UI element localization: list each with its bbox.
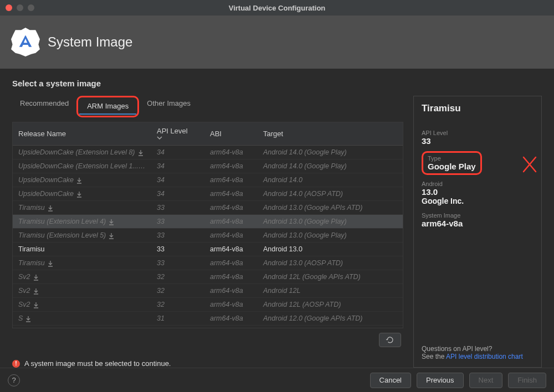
cell-release-name: Tiramisu xyxy=(18,259,45,267)
download-icon[interactable] xyxy=(25,316,32,322)
table-row[interactable]: Tiramisu33arm64-v8aAndroid 13.0 (Google … xyxy=(13,201,403,215)
help-button[interactable]: ? xyxy=(8,374,20,386)
detail-api-label: API Level xyxy=(422,130,534,136)
download-icon[interactable] xyxy=(47,205,54,212)
download-icon[interactable] xyxy=(137,149,144,156)
previous-button[interactable]: Previous xyxy=(417,373,464,388)
cell-abi: arm64-v8a xyxy=(204,229,258,243)
col-api-level[interactable]: API Level xyxy=(151,122,204,146)
table-row[interactable]: Tiramisu33arm64-v8aAndroid 13.0 (AOSP AT… xyxy=(13,256,403,270)
cell-release-name: Sv2 xyxy=(18,273,30,281)
cell-target: Android 13.0 (Google APIs ATD) xyxy=(258,201,403,215)
api-question: Questions on API level? xyxy=(422,345,534,353)
tab-recommended[interactable]: Recommended xyxy=(12,96,76,117)
cell-target: Android 12L (AOSP ATD) xyxy=(258,298,403,312)
footer: ? Cancel Previous Next Finish xyxy=(0,368,554,392)
cell-target: Android 14.0 (AOSP ATD) xyxy=(258,187,403,201)
cell-target: Android 12L xyxy=(258,284,403,298)
col-abi[interactable]: ABI xyxy=(204,122,258,146)
android-studio-icon xyxy=(11,28,40,56)
error-text: A system image must be selected to conti… xyxy=(24,359,171,368)
download-icon[interactable] xyxy=(33,288,39,295)
system-image-table: Release Name API Level ABI Target Upside… xyxy=(12,122,403,328)
cell-release-name: UpsideDownCake (Extension Level 1... xyxy=(18,162,145,170)
cell-release-name: UpsideDownCake (Extension Level 8) xyxy=(18,148,135,156)
annotation-x-mark xyxy=(521,155,538,174)
finish-button[interactable]: Finish xyxy=(508,373,546,388)
download-icon[interactable] xyxy=(108,219,115,225)
table-row[interactable]: Tiramisu (Extension Level 5)33arm64-v8aA… xyxy=(13,229,403,243)
table-row[interactable]: Tiramisu (Extension Level 4)33arm64-v8aA… xyxy=(13,215,403,229)
tabs-row: Recommended ARM Images Other Images xyxy=(12,96,403,117)
cell-target: Android 13.0 (Google Play) xyxy=(258,215,403,229)
download-icon[interactable] xyxy=(47,260,54,267)
cell-release-name: Tiramisu xyxy=(18,245,44,253)
cell-abi: arm64-v8a xyxy=(204,146,258,159)
detail-type-label: Type xyxy=(428,155,476,162)
detail-title: Tiramisu xyxy=(422,103,534,114)
cell-release-name: Tiramisu (Extension Level 5) xyxy=(18,231,106,239)
cell-release-name: Tiramisu (Extension Level 4) xyxy=(18,218,106,225)
annotation-box-tabs: ARM Images xyxy=(76,96,139,117)
titlebar: Virtual Device Configuration xyxy=(0,0,554,16)
cell-abi: arm64-v8a xyxy=(204,201,258,215)
cancel-button[interactable]: Cancel xyxy=(370,373,411,388)
header-band: System Image xyxy=(0,16,554,69)
page-title: System Image xyxy=(48,34,132,50)
cell-api: 33 xyxy=(151,229,204,243)
cell-api: 34 xyxy=(151,159,204,173)
cell-target: Android 13.0 (AOSP ATD) xyxy=(258,256,403,270)
col-release-name[interactable]: Release Name xyxy=(13,122,151,146)
cell-abi: arm64-v8a xyxy=(204,312,258,326)
refresh-icon xyxy=(386,336,394,344)
cell-abi: arm64-v8a xyxy=(204,284,258,298)
next-button[interactable]: Next xyxy=(469,373,503,388)
cell-target: Android 14.0 (Google Play) xyxy=(258,159,403,173)
tab-arm-images[interactable]: ARM Images xyxy=(79,99,136,115)
refresh-button[interactable] xyxy=(379,333,401,347)
section-title: Select a system image xyxy=(12,79,542,88)
detail-sysimg-label: System Image xyxy=(422,212,534,219)
window-title: Virtual Device Configuration xyxy=(229,4,326,12)
cell-api: 34 xyxy=(151,173,204,187)
cell-abi: arm64-v8a xyxy=(204,215,258,229)
cell-abi: arm64-v8a xyxy=(204,298,258,312)
content-area: Select a system image Recommended ARM Im… xyxy=(0,69,554,368)
tab-other-images[interactable]: Other Images xyxy=(139,96,198,117)
cell-api: 32 xyxy=(151,270,204,284)
cell-api: 34 xyxy=(151,187,204,201)
download-icon[interactable] xyxy=(33,274,39,281)
left-column: Recommended ARM Images Other Images Rele… xyxy=(12,96,403,368)
table-row[interactable]: Tiramisu33arm64-v8aAndroid 13.0 xyxy=(13,243,403,256)
download-icon[interactable] xyxy=(76,177,83,184)
cell-release-name: UpsideDownCake xyxy=(18,176,74,184)
detail-panel: Tiramisu API Level 33 Type Google Play A… xyxy=(413,96,542,368)
svg-point-0 xyxy=(24,37,27,39)
cell-release-name: Tiramisu xyxy=(18,204,45,212)
api-dist-link[interactable]: API level distribution chart xyxy=(446,353,523,360)
close-window-button[interactable] xyxy=(6,4,12,11)
minimize-window-button[interactable] xyxy=(17,4,23,11)
cell-target: Android 14.0 (Google Play) xyxy=(258,146,403,159)
col-target[interactable]: Target xyxy=(258,122,403,146)
cell-release-name: UpsideDownCake xyxy=(18,190,74,198)
cell-target: Android 12.0 (Google APIs ATD) xyxy=(258,312,403,326)
table-row[interactable]: UpsideDownCake34arm64-v8aAndroid 14.0 (A… xyxy=(13,187,403,201)
table-row[interactable]: Sv232arm64-v8aAndroid 12L xyxy=(13,284,403,298)
table-row[interactable]: S31arm64-v8aAndroid 12.0 (Google APIs AT… xyxy=(13,312,403,326)
table-row[interactable]: UpsideDownCake (Extension Level 1...34ar… xyxy=(13,159,403,173)
table-row[interactable]: UpsideDownCake34arm64-v8aAndroid 14.0 xyxy=(13,173,403,187)
table-row[interactable]: UpsideDownCake (Extension Level 8)34arm6… xyxy=(13,146,403,159)
detail-android-vendor: Google Inc. xyxy=(422,197,534,205)
download-icon[interactable] xyxy=(108,233,115,239)
cell-abi: arm64-v8a xyxy=(204,270,258,284)
download-icon[interactable] xyxy=(33,302,39,308)
annotation-box-type: Type Google Play xyxy=(422,151,482,175)
zoom-window-button[interactable] xyxy=(28,4,34,11)
download-icon[interactable] xyxy=(76,191,83,198)
cell-release-name: S xyxy=(18,314,23,322)
table-row[interactable]: Sv232arm64-v8aAndroid 12L (Google APIs A… xyxy=(13,270,403,284)
cell-release-name: Sv2 xyxy=(18,287,30,295)
table-row[interactable]: Sv232arm64-v8aAndroid 12L (AOSP ATD) xyxy=(13,298,403,312)
detail-android-version: 13.0 xyxy=(422,187,534,197)
